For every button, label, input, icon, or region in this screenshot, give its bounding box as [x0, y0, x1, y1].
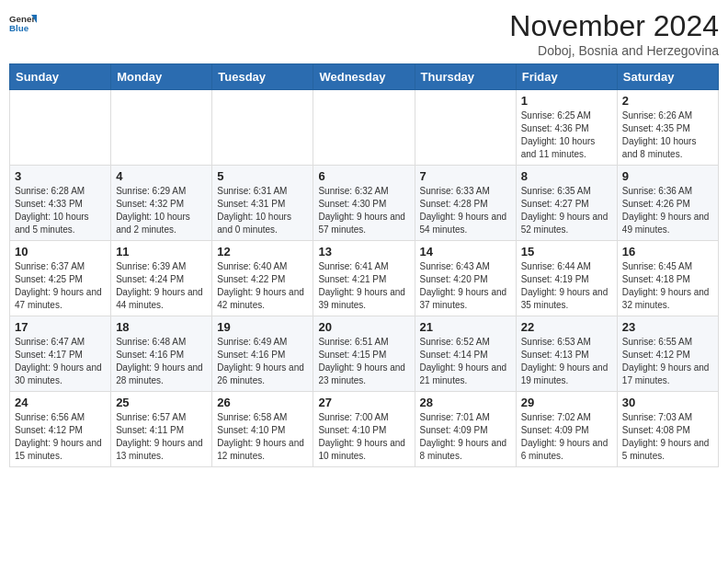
day-info: Sunrise: 6:31 AMSunset: 4:31 PMDaylight:… [217, 185, 308, 236]
day-number: 18 [116, 320, 207, 334]
day-number: 16 [622, 245, 713, 259]
calendar-cell: 6Sunrise: 6:32 AMSunset: 4:30 PMDaylight… [313, 166, 415, 241]
calendar-week-row: 3Sunrise: 6:28 AMSunset: 4:33 PMDaylight… [10, 166, 719, 241]
day-info: Sunrise: 6:35 AMSunset: 4:27 PMDaylight:… [521, 185, 612, 236]
calendar-cell: 24Sunrise: 6:56 AMSunset: 4:12 PMDayligh… [10, 392, 111, 467]
day-info: Sunrise: 6:43 AMSunset: 4:20 PMDaylight:… [420, 260, 511, 312]
day-info: Sunrise: 6:41 AMSunset: 4:21 PMDaylight:… [318, 260, 409, 312]
calendar-week-row: 1Sunrise: 6:25 AMSunset: 4:36 PMDaylight… [10, 90, 719, 166]
calendar-week-row: 10Sunrise: 6:37 AMSunset: 4:25 PMDayligh… [10, 241, 719, 316]
calendar-cell: 13Sunrise: 6:41 AMSunset: 4:21 PMDayligh… [313, 241, 415, 316]
day-of-week-saturday: Saturday [617, 64, 718, 90]
calendar-cell [415, 90, 516, 166]
calendar-cell: 23Sunrise: 6:55 AMSunset: 4:12 PMDayligh… [617, 316, 718, 392]
day-number: 23 [622, 320, 713, 334]
day-info: Sunrise: 7:00 AMSunset: 4:10 PMDaylight:… [318, 411, 409, 463]
calendar-cell: 22Sunrise: 6:53 AMSunset: 4:13 PMDayligh… [516, 316, 617, 392]
calendar-cell [212, 90, 313, 166]
day-info: Sunrise: 6:56 AMSunset: 4:12 PMDaylight:… [15, 411, 106, 463]
location-subtitle: Doboj, Bosnia and Herzegovina [509, 43, 719, 58]
logo-icon: General Blue [9, 9, 37, 37]
day-info: Sunrise: 6:29 AMSunset: 4:32 PMDaylight:… [116, 185, 207, 236]
day-number: 4 [116, 169, 207, 183]
day-number: 7 [420, 169, 511, 183]
day-number: 27 [318, 396, 409, 409]
svg-text:Blue: Blue [9, 23, 29, 33]
day-info: Sunrise: 6:53 AMSunset: 4:13 PMDaylight:… [521, 336, 612, 387]
day-number: 3 [15, 169, 106, 183]
day-number: 26 [217, 396, 308, 409]
day-info: Sunrise: 6:36 AMSunset: 4:26 PMDaylight:… [622, 185, 713, 236]
day-number: 19 [217, 320, 308, 334]
day-info: Sunrise: 6:32 AMSunset: 4:30 PMDaylight:… [318, 185, 409, 236]
day-info: Sunrise: 6:52 AMSunset: 4:14 PMDaylight:… [420, 336, 511, 387]
day-info: Sunrise: 6:26 AMSunset: 4:35 PMDaylight:… [622, 109, 713, 161]
calendar-cell: 4Sunrise: 6:29 AMSunset: 4:32 PMDaylight… [111, 166, 212, 241]
calendar-cell: 11Sunrise: 6:39 AMSunset: 4:24 PMDayligh… [111, 241, 212, 316]
calendar-cell: 12Sunrise: 6:40 AMSunset: 4:22 PMDayligh… [212, 241, 313, 316]
day-info: Sunrise: 6:58 AMSunset: 4:10 PMDaylight:… [217, 411, 308, 463]
day-number: 20 [318, 320, 409, 334]
calendar-cell [313, 90, 415, 166]
calendar-cell: 19Sunrise: 6:49 AMSunset: 4:16 PMDayligh… [212, 316, 313, 392]
calendar-cell: 3Sunrise: 6:28 AMSunset: 4:33 PMDaylight… [10, 166, 111, 241]
day-number: 2 [622, 94, 713, 108]
day-number: 30 [622, 396, 713, 409]
day-number: 9 [622, 169, 713, 183]
calendar-table: SundayMondayTuesdayWednesdayThursdayFrid… [9, 63, 719, 467]
day-number: 1 [521, 94, 612, 108]
calendar-cell: 28Sunrise: 7:01 AMSunset: 4:09 PMDayligh… [415, 392, 516, 467]
calendar-cell: 8Sunrise: 6:35 AMSunset: 4:27 PMDaylight… [516, 166, 617, 241]
calendar-cell: 1Sunrise: 6:25 AMSunset: 4:36 PMDaylight… [516, 90, 617, 166]
day-info: Sunrise: 6:51 AMSunset: 4:15 PMDaylight:… [318, 336, 409, 387]
day-info: Sunrise: 6:37 AMSunset: 4:25 PMDaylight:… [15, 260, 106, 312]
calendar-cell: 26Sunrise: 6:58 AMSunset: 4:10 PMDayligh… [212, 392, 313, 467]
day-info: Sunrise: 6:55 AMSunset: 4:12 PMDaylight:… [622, 336, 713, 387]
calendar-header-row: SundayMondayTuesdayWednesdayThursdayFrid… [10, 64, 719, 90]
calendar-cell: 30Sunrise: 7:03 AMSunset: 4:08 PMDayligh… [617, 392, 718, 467]
day-of-week-tuesday: Tuesday [212, 64, 313, 90]
day-number: 14 [420, 245, 511, 259]
calendar-cell: 2Sunrise: 6:26 AMSunset: 4:35 PMDaylight… [617, 90, 718, 166]
month-title: November 2024 [509, 9, 719, 43]
day-info: Sunrise: 6:49 AMSunset: 4:16 PMDaylight:… [217, 336, 308, 387]
day-number: 17 [15, 320, 106, 334]
day-of-week-monday: Monday [111, 64, 212, 90]
day-number: 22 [521, 320, 612, 334]
day-number: 6 [318, 169, 409, 183]
day-number: 5 [217, 169, 308, 183]
day-number: 11 [116, 245, 207, 259]
day-info: Sunrise: 6:57 AMSunset: 4:11 PMDaylight:… [116, 411, 207, 463]
day-info: Sunrise: 6:48 AMSunset: 4:16 PMDaylight:… [116, 336, 207, 387]
day-number: 15 [521, 245, 612, 259]
calendar-cell: 15Sunrise: 6:44 AMSunset: 4:19 PMDayligh… [516, 241, 617, 316]
day-number: 25 [116, 396, 207, 409]
calendar-cell [10, 90, 111, 166]
day-info: Sunrise: 6:25 AMSunset: 4:36 PMDaylight:… [521, 109, 612, 161]
calendar-cell: 7Sunrise: 6:33 AMSunset: 4:28 PMDaylight… [415, 166, 516, 241]
calendar-cell: 5Sunrise: 6:31 AMSunset: 4:31 PMDaylight… [212, 166, 313, 241]
day-number: 28 [420, 396, 511, 409]
header: General Blue November 2024 Doboj, Bosnia… [9, 9, 719, 58]
day-info: Sunrise: 6:33 AMSunset: 4:28 PMDaylight:… [420, 185, 511, 236]
day-info: Sunrise: 7:01 AMSunset: 4:09 PMDaylight:… [420, 411, 511, 463]
calendar-cell: 21Sunrise: 6:52 AMSunset: 4:14 PMDayligh… [415, 316, 516, 392]
day-number: 12 [217, 245, 308, 259]
day-info: Sunrise: 6:47 AMSunset: 4:17 PMDaylight:… [15, 336, 106, 387]
calendar-cell: 25Sunrise: 6:57 AMSunset: 4:11 PMDayligh… [111, 392, 212, 467]
calendar-cell: 14Sunrise: 6:43 AMSunset: 4:20 PMDayligh… [415, 241, 516, 316]
day-info: Sunrise: 6:45 AMSunset: 4:18 PMDaylight:… [622, 260, 713, 312]
calendar-week-row: 24Sunrise: 6:56 AMSunset: 4:12 PMDayligh… [10, 392, 719, 467]
calendar-cell: 29Sunrise: 7:02 AMSunset: 4:09 PMDayligh… [516, 392, 617, 467]
calendar-cell: 10Sunrise: 6:37 AMSunset: 4:25 PMDayligh… [10, 241, 111, 316]
calendar-cell: 17Sunrise: 6:47 AMSunset: 4:17 PMDayligh… [10, 316, 111, 392]
day-info: Sunrise: 6:44 AMSunset: 4:19 PMDaylight:… [521, 260, 612, 312]
day-number: 8 [521, 169, 612, 183]
day-number: 21 [420, 320, 511, 334]
logo: General Blue [9, 9, 37, 37]
title-area: November 2024 Doboj, Bosnia and Herzegov… [509, 9, 719, 58]
calendar-cell: 16Sunrise: 6:45 AMSunset: 4:18 PMDayligh… [617, 241, 718, 316]
day-number: 24 [15, 396, 106, 409]
calendar-cell [111, 90, 212, 166]
calendar-cell: 27Sunrise: 7:00 AMSunset: 4:10 PMDayligh… [313, 392, 415, 467]
